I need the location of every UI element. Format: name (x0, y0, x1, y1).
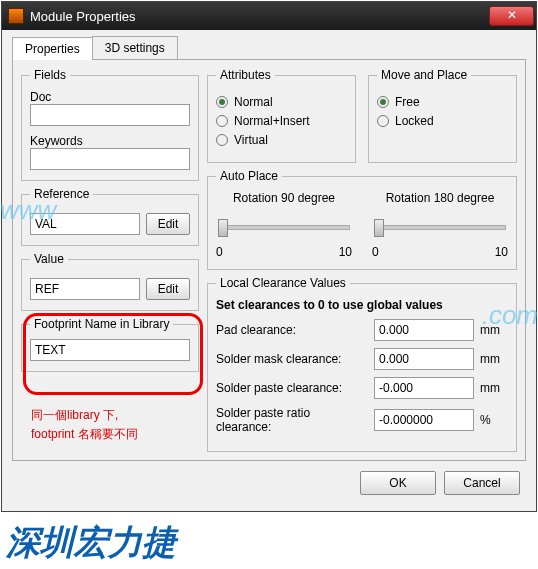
left-column: Fields Doc Keywords Reference Edit Value (21, 68, 199, 452)
reference-group: Reference Edit (21, 187, 199, 246)
value-input[interactable] (30, 278, 140, 300)
clearance-legend: Local Clearance Values (216, 276, 350, 290)
radio-normal[interactable]: Normal (216, 95, 347, 109)
rot180-slider[interactable] (374, 215, 506, 237)
tab-strip: Properties 3D settings (12, 36, 526, 60)
move-place-legend: Move and Place (377, 68, 471, 82)
fields-legend: Fields (30, 68, 70, 82)
keywords-label: Keywords (30, 134, 190, 148)
pad-clearance-label: Pad clearance: (216, 323, 368, 337)
value-edit-button[interactable]: Edit (146, 278, 190, 300)
radio-free[interactable]: Free (377, 95, 508, 109)
right-column: Attributes Normal Normal+Insert Virtual … (207, 68, 517, 452)
auto-place-group: Auto Place Rotation 90 degree 010 Rotati… (207, 169, 517, 270)
cancel-button[interactable]: Cancel (444, 471, 520, 495)
window-title: Module Properties (30, 9, 489, 24)
tab-3d-settings[interactable]: 3D settings (92, 36, 178, 59)
radio-normal-insert[interactable]: Normal+Insert (216, 114, 347, 128)
value-legend: Value (30, 252, 68, 266)
footprint-name-legend: Footprint Name in Library (30, 317, 173, 331)
paste-clearance-label: Solder paste clearance: (216, 381, 368, 395)
brand-watermark: 深圳宏力捷 (6, 520, 176, 566)
pad-clearance-input[interactable] (374, 319, 474, 341)
ok-button[interactable]: OK (360, 471, 436, 495)
auto-place-legend: Auto Place (216, 169, 282, 183)
reference-edit-button[interactable]: Edit (146, 213, 190, 235)
reference-input[interactable] (30, 213, 140, 235)
doc-label: Doc (30, 90, 190, 104)
mask-clearance-input[interactable] (374, 348, 474, 370)
rot90-slider[interactable] (218, 215, 350, 237)
close-button[interactable]: ✕ (489, 6, 534, 26)
move-place-group: Move and Place Free Locked (368, 68, 517, 163)
attributes-legend: Attributes (216, 68, 275, 82)
mask-clearance-label: Solder mask clearance: (216, 352, 368, 366)
fields-group: Fields Doc Keywords (21, 68, 199, 181)
footprint-name-input[interactable] (30, 339, 190, 361)
radio-virtual[interactable]: Virtual (216, 133, 347, 147)
paste-clearance-input[interactable] (374, 377, 474, 399)
rot180-label: Rotation 180 degree (372, 191, 508, 205)
clearance-group: Local Clearance Values Set clearances to… (207, 276, 517, 452)
ratio-clearance-label: Solder paste ratio clearance: (216, 406, 368, 434)
doc-input[interactable] (30, 104, 190, 126)
ratio-clearance-input[interactable] (374, 409, 474, 431)
attributes-group: Attributes Normal Normal+Insert Virtual (207, 68, 356, 163)
value-group: Value Edit (21, 252, 199, 311)
radio-icon (377, 115, 389, 127)
annotation-text: 同一個library 下, footprint 名稱要不同 (31, 406, 138, 444)
dialog-buttons: OK Cancel (12, 461, 526, 501)
radio-icon (377, 96, 389, 108)
slider-thumb[interactable] (218, 219, 228, 237)
tab-properties[interactable]: Properties (12, 37, 93, 60)
clearance-hint: Set clearances to 0 to use global values (216, 298, 508, 312)
keywords-input[interactable] (30, 148, 190, 170)
tab-body: Fields Doc Keywords Reference Edit Value (12, 60, 526, 461)
reference-legend: Reference (30, 187, 93, 201)
rot90-label: Rotation 90 degree (216, 191, 352, 205)
title-bar[interactable]: Module Properties ✕ (2, 2, 536, 30)
radio-icon (216, 115, 228, 127)
footprint-name-group: Footprint Name in Library (21, 317, 199, 372)
radio-locked[interactable]: Locked (377, 114, 508, 128)
radio-icon (216, 96, 228, 108)
radio-icon (216, 134, 228, 146)
app-icon (8, 8, 24, 24)
slider-thumb[interactable] (374, 219, 384, 237)
